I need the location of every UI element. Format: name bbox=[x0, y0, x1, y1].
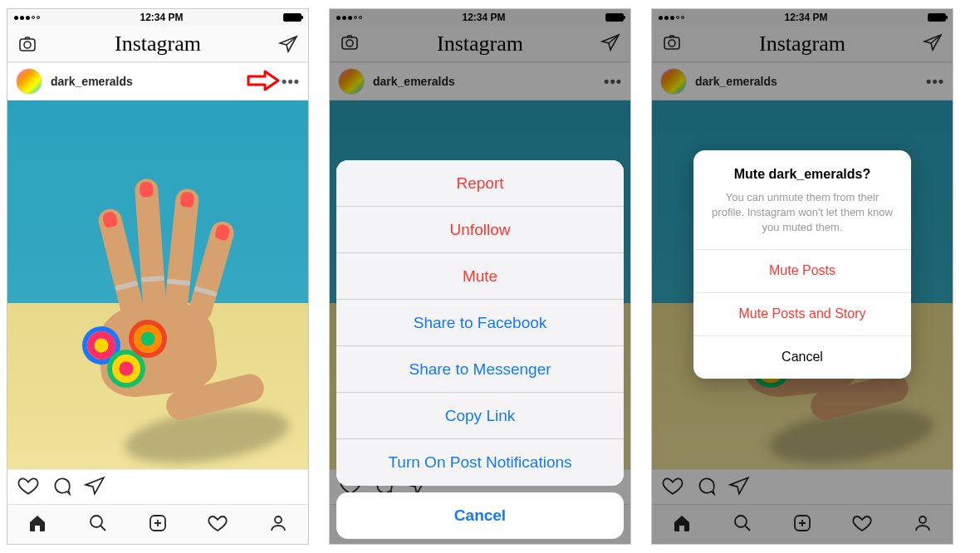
svg-point-4 bbox=[275, 516, 282, 523]
mute-posts-button[interactable]: Mute Posts bbox=[693, 249, 911, 292]
action-sheet: Report Unfollow Mute Share to Facebook S… bbox=[336, 160, 624, 539]
tab-home-icon[interactable] bbox=[27, 513, 47, 536]
action-unfollow[interactable]: Unfollow bbox=[336, 207, 624, 253]
signal-dots-icon bbox=[14, 16, 40, 20]
action-cancel[interactable]: Cancel bbox=[336, 492, 624, 539]
clock-label: 12:34 PM bbox=[140, 12, 183, 23]
action-report[interactable]: Report bbox=[336, 160, 624, 207]
comment-icon[interactable] bbox=[51, 475, 72, 500]
post-action-row bbox=[7, 469, 308, 504]
tab-activity-icon[interactable] bbox=[208, 513, 228, 536]
tab-bar bbox=[7, 504, 308, 544]
svg-point-2 bbox=[91, 516, 102, 527]
tab-add-post-icon[interactable] bbox=[148, 513, 168, 536]
mute-dialog-message: You can unmute them from their profile. … bbox=[708, 190, 896, 236]
action-share-messenger[interactable]: Share to Messenger bbox=[336, 346, 624, 393]
camera-icon[interactable] bbox=[17, 34, 37, 54]
screen-feed: 12:34 PM Instagram dark_emeralds ••• bbox=[7, 8, 309, 545]
action-notifications[interactable]: Turn On Post Notifications bbox=[336, 439, 624, 486]
callout-arrow-icon bbox=[247, 70, 280, 95]
action-mute[interactable]: Mute bbox=[336, 253, 624, 300]
mute-dialog-title: Mute dark_emeralds? bbox=[708, 167, 896, 182]
navbar: Instagram bbox=[7, 26, 308, 62]
mute-posts-story-button[interactable]: Mute Posts and Story bbox=[693, 292, 911, 335]
more-options-icon[interactable]: ••• bbox=[282, 73, 300, 91]
direct-message-icon[interactable] bbox=[278, 34, 298, 54]
tab-profile-icon[interactable] bbox=[268, 513, 288, 536]
svg-rect-0 bbox=[20, 39, 35, 51]
tab-search-icon[interactable] bbox=[88, 513, 108, 536]
action-share-facebook[interactable]: Share to Facebook bbox=[336, 300, 624, 346]
status-bar: 12:34 PM bbox=[7, 9, 308, 26]
avatar[interactable] bbox=[16, 68, 42, 95]
post-image[interactable] bbox=[7, 100, 308, 469]
instagram-logo: Instagram bbox=[115, 32, 201, 56]
mute-dialog: Mute dark_emeralds? You can unmute them … bbox=[693, 150, 911, 379]
screen-mute-dialog: 12:34 PM Instagram dark_emeralds ••• bbox=[651, 8, 953, 545]
action-copy-link[interactable]: Copy Link bbox=[336, 393, 624, 439]
screen-action-sheet: 12:34 PM Instagram dark_emeralds ••• bbox=[329, 8, 631, 545]
svg-point-1 bbox=[24, 42, 31, 48]
battery-icon bbox=[283, 13, 301, 22]
like-icon[interactable] bbox=[17, 475, 39, 500]
post-username[interactable]: dark_emeralds bbox=[51, 75, 133, 88]
mute-cancel-button[interactable]: Cancel bbox=[693, 335, 911, 379]
share-icon[interactable] bbox=[84, 475, 105, 500]
